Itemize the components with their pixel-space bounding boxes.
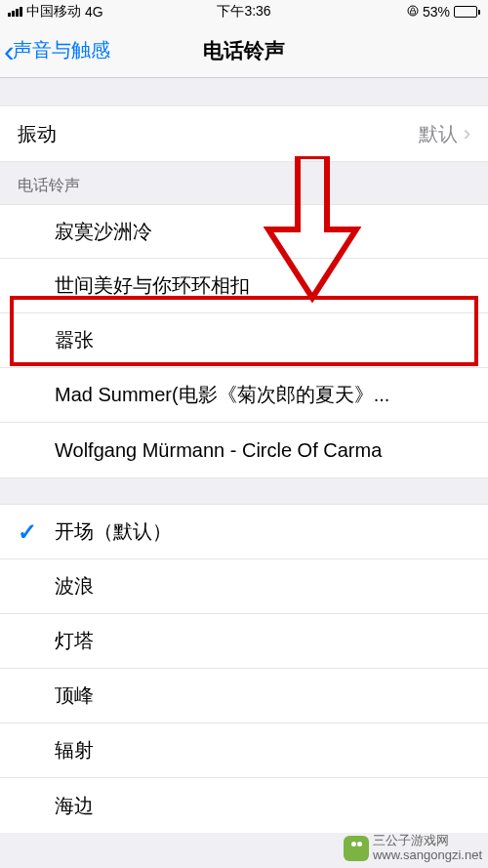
ringtone-label: 海边	[55, 793, 94, 819]
ringtone-item[interactable]: 世间美好与你环环相扣	[0, 259, 488, 313]
ringtone-item[interactable]: 波浪	[0, 559, 488, 614]
status-right: 53%	[407, 4, 480, 20]
ringtone-item[interactable]: 灯塔	[0, 614, 488, 669]
watermark-logo-icon	[344, 836, 369, 861]
ringtone-label: 开场（默认）	[55, 518, 172, 545]
back-button[interactable]: ‹ 声音与触感	[0, 35, 110, 66]
vibration-value-group: 默认 ›	[419, 121, 470, 147]
ringtone-item[interactable]: Wolfgang Mürmann - Circle Of Carma	[0, 423, 488, 477]
signal-icon	[8, 7, 22, 17]
ringtone-label: Mad Summer(电影《菊次郎的夏天》...	[55, 382, 389, 408]
watermark: 三公子游戏网 www.sangongzi.net	[344, 834, 482, 862]
ringtone-label: 寂寞沙洲冷	[55, 219, 152, 245]
back-label: 声音与触感	[13, 37, 110, 63]
status-bar: 中国移动 4G 下午3:36 53%	[0, 0, 488, 23]
ringtone-label: 顶峰	[55, 682, 94, 709]
vibration-label: 振动	[18, 121, 57, 147]
vibration-value: 默认	[419, 121, 458, 147]
battery-icon	[454, 6, 480, 18]
ringtone-label: 世间美好与你环环相扣	[55, 272, 250, 299]
ringtone-item[interactable]: 寂寞沙洲冷	[0, 204, 488, 259]
ringtone-label: 波浪	[55, 573, 94, 599]
chevron-right-icon: ›	[464, 121, 470, 146]
carrier-label: 中国移动	[26, 3, 81, 21]
ringtone-label: Wolfgang Mürmann - Circle Of Carma	[55, 439, 382, 462]
ringtone-item[interactable]: 顶峰	[0, 669, 488, 723]
status-left: 中国移动 4G	[8, 3, 103, 21]
ringtone-item[interactable]: 嚣张	[0, 313, 488, 368]
ringtone-label: 灯塔	[55, 628, 94, 654]
system-ringtones-section: ✓ 开场（默认） 波浪 灯塔 顶峰 辐射 海边	[0, 505, 488, 833]
network-label: 4G	[85, 4, 103, 20]
nav-bar: ‹ 声音与触感 电话铃声	[0, 23, 488, 78]
battery-percent: 53%	[423, 4, 450, 20]
watermark-line2: www.sangongzi.net	[373, 848, 482, 862]
clock: 下午3:36	[217, 3, 270, 21]
lock-icon	[407, 4, 419, 20]
checkmark-icon: ✓	[18, 518, 37, 546]
page-title: 电话铃声	[203, 37, 285, 64]
ringtone-item[interactable]: 海边	[0, 778, 488, 833]
ringtone-item[interactable]: 辐射	[0, 723, 488, 778]
watermark-line1: 三公子游戏网	[373, 834, 482, 847]
custom-ringtones-section: 寂寞沙洲冷 世间美好与你环环相扣 嚣张 Mad Summer(电影《菊次郎的夏天…	[0, 204, 488, 477]
ringtone-label: 辐射	[55, 737, 94, 764]
vibration-row[interactable]: 振动 默认 ›	[0, 105, 488, 162]
ringtone-item-selected[interactable]: ✓ 开场（默认）	[0, 505, 488, 559]
ringtone-label: 嚣张	[55, 327, 94, 353]
watermark-text: 三公子游戏网 www.sangongzi.net	[373, 834, 482, 862]
ringtone-item[interactable]: Mad Summer(电影《菊次郎的夏天》...	[0, 368, 488, 423]
section-header-ringtones: 电话铃声	[0, 162, 488, 204]
